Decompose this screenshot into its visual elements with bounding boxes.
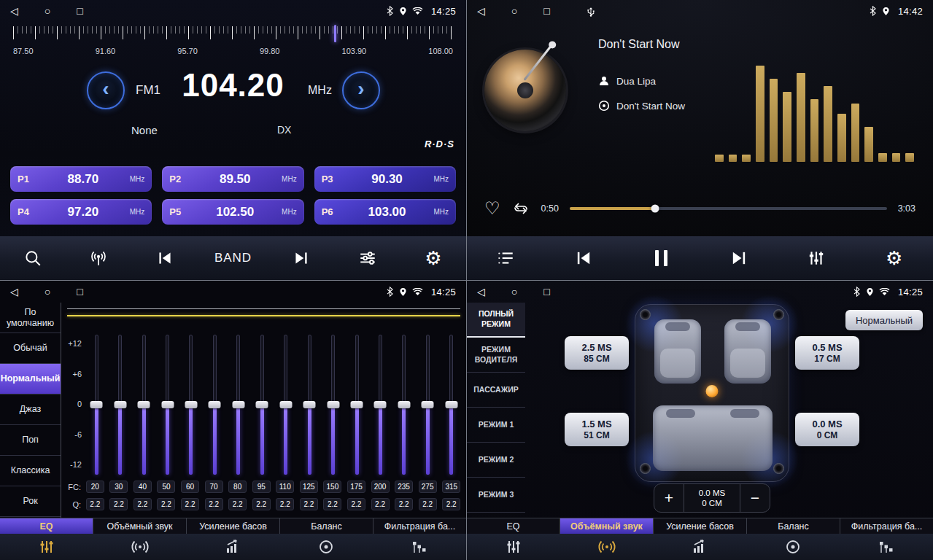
preset-p4-button[interactable]: P4 97.20 MHz (10, 199, 152, 225)
eq-slider-handle[interactable] (422, 401, 434, 408)
nav-recents-button[interactable]: □ (77, 287, 82, 297)
preset-p2-button[interactable]: P2 89.50 MHz (162, 166, 303, 192)
eq-slider-handle[interactable] (398, 401, 410, 408)
tab-balance-icon-button[interactable] (279, 534, 373, 560)
eq-preset-item[interactable]: Нормальный (0, 364, 61, 394)
tab-bass[interactable]: Усиление басов (654, 518, 747, 534)
tab-surround-icon-button[interactable] (560, 534, 654, 560)
nav-home-button[interactable]: ○ (511, 6, 517, 16)
eq-band-slider[interactable] (274, 335, 298, 475)
nav-back-button[interactable]: ◁ (477, 287, 485, 297)
next-station-button[interactable] (285, 242, 317, 274)
audio-settings-button[interactable] (352, 242, 384, 274)
eq-slider-handle[interactable] (327, 401, 339, 408)
surround-mode-item[interactable]: ПАССАЖИР (467, 373, 525, 408)
eq-slider-handle[interactable] (185, 401, 197, 408)
eq-slider-handle[interactable] (161, 401, 174, 408)
eq-slider-handle[interactable] (279, 401, 292, 408)
settings-button[interactable]: ⚙ (417, 242, 449, 274)
eq-band-slider[interactable] (298, 335, 321, 475)
nav-back-button[interactable]: ◁ (10, 6, 18, 16)
eq-slider-handle[interactable] (303, 401, 316, 408)
pause-button[interactable] (645, 242, 677, 274)
eq-band-slider[interactable] (368, 335, 392, 475)
eq-band-slider[interactable] (108, 335, 131, 475)
nav-home-button[interactable]: ○ (44, 287, 50, 297)
listening-position-marker[interactable] (706, 385, 719, 397)
eq-slider-handle[interactable] (209, 401, 221, 408)
eq-band-slider[interactable] (203, 335, 226, 475)
surround-mode-item[interactable]: РЕЖИМ 1 (467, 408, 525, 443)
eq-slider-handle[interactable] (256, 401, 268, 408)
eq-slider-handle[interactable] (90, 401, 103, 408)
next-track-button[interactable] (723, 242, 755, 274)
eq-band-slider[interactable] (416, 335, 439, 475)
nav-recents-button[interactable]: □ (77, 6, 82, 16)
rear-right-delay-button[interactable]: 0.0 MS 0 CM (795, 413, 859, 446)
surround-mode-item[interactable]: РЕЖИМ 3 (467, 478, 525, 513)
repeat-button[interactable] (511, 201, 530, 217)
equalizer-button[interactable] (800, 242, 832, 274)
tab-surround[interactable]: Объёмный звук (93, 518, 187, 534)
eq-band-slider[interactable] (321, 335, 344, 475)
eq-band-slider[interactable] (132, 335, 155, 475)
nav-recents-button[interactable]: □ (543, 6, 549, 16)
surround-mode-item[interactable]: РЕЖИМ ВОДИТЕЛЯ (467, 338, 525, 373)
rear-left-delay-button[interactable]: 1.5 MS 51 CM (565, 413, 629, 446)
playlist-button[interactable] (489, 242, 522, 274)
eq-band-slider[interactable] (250, 335, 274, 475)
eq-band-slider[interactable] (440, 335, 463, 475)
eq-preset-item[interactable]: По умолчанию (0, 303, 61, 333)
eq-preset-item[interactable]: Обычай (0, 333, 61, 364)
nav-back-button[interactable]: ◁ (10, 287, 18, 297)
nav-home-button[interactable]: ○ (44, 6, 50, 16)
tab-balance-icon-button[interactable] (746, 534, 840, 560)
tab-filter-icon-button[interactable] (840, 534, 933, 560)
tab-eq-icon-button[interactable] (467, 534, 560, 560)
eq-slider-handle[interactable] (445, 401, 457, 408)
eq-slider-handle[interactable] (232, 401, 244, 408)
prev-station-button[interactable] (149, 242, 181, 274)
nav-home-button[interactable]: ○ (511, 287, 517, 297)
eq-slider-handle[interactable] (138, 401, 150, 408)
progress-knob[interactable] (651, 205, 659, 213)
preset-p3-button[interactable]: P3 90.30 MHz (314, 166, 456, 192)
profile-button[interactable]: Нормальный (845, 310, 923, 330)
eq-band-slider[interactable] (227, 335, 250, 475)
tab-bass[interactable]: Усиление басов (187, 518, 280, 534)
tuner-pointer[interactable] (334, 25, 336, 42)
eq-preset-item[interactable]: Рок (0, 486, 61, 517)
frequency-ruler[interactable]: 87.50 91.60 95.70 99.80 103.90 108.00 (13, 25, 453, 61)
eq-preset-item[interactable]: Джаз (0, 394, 61, 425)
tune-up-button[interactable]: › (342, 71, 380, 109)
eq-preset-item[interactable]: Поп (0, 425, 61, 456)
preset-p5-button[interactable]: P5 102.50 MHz (162, 199, 303, 225)
tab-surround-icon-button[interactable] (93, 534, 187, 560)
surround-mode-item[interactable]: РЕЖИМ 2 (467, 443, 525, 478)
eq-slider-handle[interactable] (374, 401, 387, 408)
eq-band-slider[interactable] (85, 335, 108, 475)
previous-track-button[interactable] (568, 242, 600, 274)
tab-bass-icon-button[interactable] (654, 534, 747, 560)
nav-back-button[interactable]: ◁ (477, 6, 485, 16)
band-button[interactable]: BAND (214, 242, 252, 274)
front-right-delay-button[interactable]: 0.5 MS 17 CM (795, 336, 859, 370)
tab-filter[interactable]: Фильтрация ба... (840, 518, 933, 534)
preset-p6-button[interactable]: P6 103.00 MHz (314, 199, 456, 225)
surround-mode-item[interactable]: ПОЛНЫЙ РЕЖИМ (467, 303, 525, 338)
eq-slider-handle[interactable] (351, 401, 363, 408)
favorite-button[interactable]: ♡ (484, 200, 500, 217)
progress-bar[interactable] (570, 207, 887, 210)
tab-eq[interactable]: EQ (0, 518, 93, 534)
delay-decrease-button[interactable]: − (740, 484, 770, 512)
tab-filter[interactable]: Фильтрация ба... (373, 518, 466, 534)
tab-bass-icon-button[interactable] (187, 534, 280, 560)
tab-balance[interactable]: Баланс (280, 518, 373, 534)
eq-slider-handle[interactable] (114, 401, 126, 408)
tab-eq[interactable]: EQ (467, 518, 560, 534)
eq-band-slider[interactable] (179, 335, 203, 475)
tab-filter-icon-button[interactable] (373, 534, 466, 560)
eq-preset-item[interactable]: Классика (0, 456, 61, 486)
broadcast-button[interactable] (82, 242, 115, 274)
settings-button[interactable]: ⚙ (878, 242, 910, 274)
